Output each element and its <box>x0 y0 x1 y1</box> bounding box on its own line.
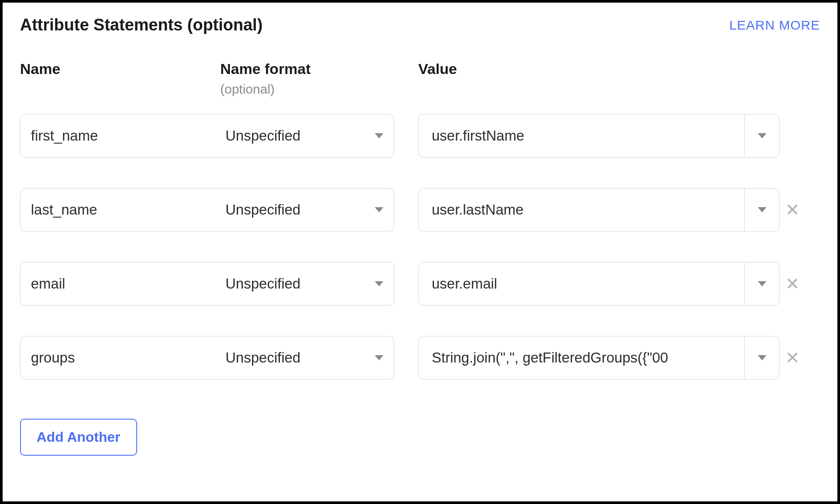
remove-row-button[interactable]: ✕ <box>780 336 806 380</box>
format-select[interactable]: Unspecified <box>215 188 394 232</box>
remove-row-button[interactable]: ✕ <box>780 188 806 232</box>
format-column-subheader: (optional) <box>220 82 394 97</box>
close-icon: ✕ <box>785 200 800 220</box>
chevron-down-icon <box>758 281 766 286</box>
name-input[interactable] <box>20 262 220 305</box>
chevron-down-icon <box>375 207 383 212</box>
format-value: Unspecified <box>225 276 300 292</box>
value-column-header: Value <box>418 60 780 97</box>
format-value: Unspecified <box>225 202 300 218</box>
value-field <box>418 262 780 306</box>
section-title: Attribute Statements (optional) <box>20 16 262 34</box>
name-field <box>20 336 220 380</box>
value-field <box>418 188 780 232</box>
value-input[interactable] <box>419 336 744 379</box>
format-value: Unspecified <box>225 349 300 366</box>
name-column-header: Name <box>20 60 220 97</box>
attribute-row: Unspecified ✕ <box>20 336 820 380</box>
remove-row-button[interactable]: ✕ <box>780 262 806 306</box>
name-input[interactable] <box>20 114 220 157</box>
name-field <box>20 262 220 306</box>
value-dropdown-button[interactable] <box>744 262 779 305</box>
value-input[interactable] <box>419 262 744 305</box>
name-field <box>20 114 220 158</box>
chevron-down-icon <box>375 133 383 138</box>
name-input[interactable] <box>20 188 220 231</box>
format-select[interactable]: Unspecified <box>215 336 394 380</box>
attribute-row: Unspecified ✕ <box>20 262 820 306</box>
chevron-down-icon <box>758 133 766 138</box>
learn-more-link[interactable]: LEARN MORE <box>729 18 820 33</box>
column-headers: Name Name format (optional) Value <box>20 60 820 97</box>
format-select[interactable]: Unspecified <box>215 262 394 306</box>
value-field <box>418 114 780 158</box>
format-column-header-block: Name format (optional) <box>220 60 394 97</box>
value-dropdown-button[interactable] <box>744 336 779 379</box>
format-column-header: Name format <box>220 60 394 77</box>
chevron-down-icon <box>375 281 383 286</box>
chevron-down-icon <box>375 355 383 360</box>
name-field <box>20 188 220 232</box>
value-dropdown-button[interactable] <box>744 114 779 157</box>
value-dropdown-button[interactable] <box>744 188 779 231</box>
attribute-row: Unspecified <box>20 114 820 158</box>
value-input[interactable] <box>419 188 744 231</box>
value-field <box>418 336 780 380</box>
name-input[interactable] <box>20 336 220 379</box>
format-select[interactable]: Unspecified <box>215 114 394 158</box>
close-icon: ✕ <box>785 348 800 368</box>
section-header: Attribute Statements (optional) LEARN MO… <box>20 16 820 34</box>
add-another-button[interactable]: Add Another <box>20 419 137 456</box>
attribute-statements-panel: Attribute Statements (optional) LEARN MO… <box>0 0 840 504</box>
value-input[interactable] <box>419 114 744 157</box>
format-value: Unspecified <box>225 128 300 144</box>
close-icon: ✕ <box>785 274 800 294</box>
attribute-row: Unspecified ✕ <box>20 188 820 232</box>
chevron-down-icon <box>758 207 766 212</box>
chevron-down-icon <box>758 355 766 360</box>
